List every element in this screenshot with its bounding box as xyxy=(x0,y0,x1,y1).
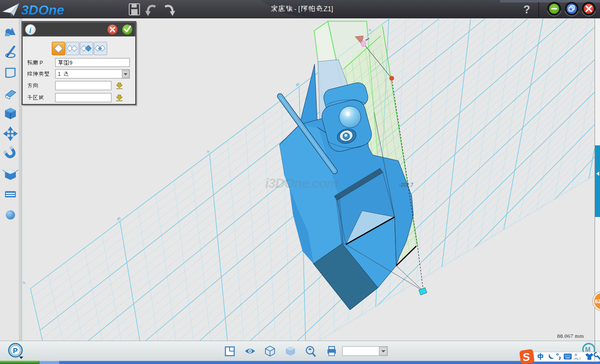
svg-text:9: 9 xyxy=(70,60,72,66)
svg-text:- [: - [ xyxy=(294,5,300,12)
svg-text:-202.7: -202.7 xyxy=(399,182,413,188)
svg-text:1: 1 xyxy=(58,71,61,77)
svg-text:P: P xyxy=(13,347,18,355)
svg-text:P: P xyxy=(40,60,43,66)
svg-text:62: 62 xyxy=(595,298,600,304)
svg-text:3DOne: 3DOne xyxy=(21,2,64,17)
svg-text:.Z1]: .Z1] xyxy=(322,5,333,12)
svg-text:i3DOne.com: i3DOne.com xyxy=(265,176,338,191)
svg-text:88.067 mm: 88.067 mm xyxy=(557,333,584,339)
svg-text:i: i xyxy=(29,26,32,35)
svg-text:?: ? xyxy=(523,3,530,16)
svg-text:14: 14 xyxy=(577,357,581,361)
